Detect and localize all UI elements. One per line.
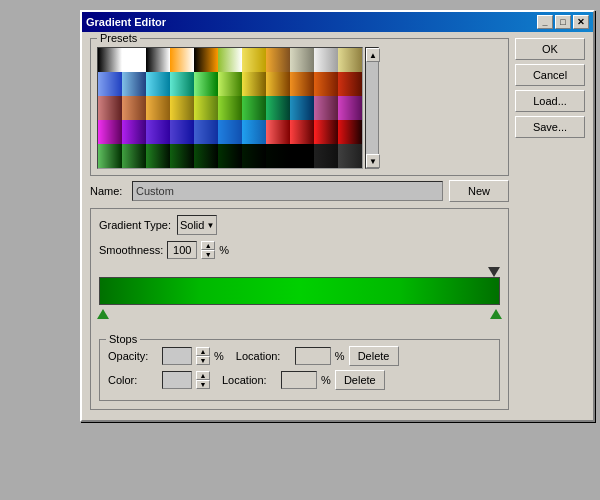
color-swatch[interactable]	[162, 371, 192, 389]
preset-cell[interactable]	[314, 72, 338, 96]
scroll-down-button[interactable]: ▼	[366, 154, 380, 168]
color-stepper: ▲ ▼	[196, 371, 210, 389]
preset-cell[interactable]	[146, 144, 170, 168]
preset-cell[interactable]	[170, 72, 194, 96]
preset-cell[interactable]	[122, 120, 146, 144]
preset-cell[interactable]	[122, 48, 146, 72]
preset-cell[interactable]	[98, 72, 122, 96]
color-stop-right-icon[interactable]	[490, 309, 502, 319]
preset-cell[interactable]	[290, 120, 314, 144]
preset-cell[interactable]	[98, 48, 122, 72]
stops-label: Stops	[106, 333, 140, 345]
ok-button[interactable]: OK	[515, 38, 585, 60]
preset-cell[interactable]	[194, 120, 218, 144]
preset-cell[interactable]	[242, 96, 266, 120]
preset-cell[interactable]	[338, 144, 362, 168]
preset-cell[interactable]	[314, 96, 338, 120]
preset-cell[interactable]	[122, 96, 146, 120]
preset-cell[interactable]	[314, 144, 338, 168]
preset-cell[interactable]	[266, 72, 290, 96]
preset-cell[interactable]	[98, 144, 122, 168]
left-panel: Presets	[90, 38, 509, 414]
preset-cell[interactable]	[314, 48, 338, 72]
color-label: Color:	[108, 374, 158, 386]
save-button[interactable]: Save...	[515, 116, 585, 138]
preset-cell[interactable]	[338, 120, 362, 144]
preset-cell[interactable]	[98, 96, 122, 120]
preset-cell[interactable]	[146, 96, 170, 120]
preset-cell[interactable]	[338, 72, 362, 96]
preset-cell[interactable]	[338, 48, 362, 72]
smoothness-up-button[interactable]: ▲	[201, 241, 215, 250]
preset-cell[interactable]	[194, 72, 218, 96]
preset-cell[interactable]	[122, 72, 146, 96]
opacity-down-button[interactable]: ▼	[196, 356, 210, 365]
scroll-up-button[interactable]: ▲	[366, 48, 380, 62]
smoothness-stepper: ▲ ▼	[201, 241, 215, 259]
titlebar-buttons: _ □ ✕	[537, 15, 589, 29]
smoothness-suffix: %	[219, 244, 229, 256]
minimize-button[interactable]: _	[537, 15, 553, 29]
restore-button[interactable]: □	[555, 15, 571, 29]
opacity-up-button[interactable]: ▲	[196, 347, 210, 356]
preset-cell[interactable]	[266, 120, 290, 144]
opacity-location-input[interactable]	[295, 347, 331, 365]
preset-cell[interactable]	[290, 72, 314, 96]
preset-cell[interactable]	[146, 48, 170, 72]
top-handles	[99, 267, 500, 277]
preset-cell[interactable]	[242, 120, 266, 144]
preset-cell[interactable]	[338, 96, 362, 120]
preset-cell[interactable]	[194, 48, 218, 72]
color-up-button[interactable]: ▲	[196, 371, 210, 380]
preset-cell[interactable]	[266, 96, 290, 120]
smoothness-down-button[interactable]: ▼	[201, 250, 215, 259]
opacity-color-box	[162, 347, 192, 365]
gradient-bar[interactable]	[99, 277, 500, 305]
preset-cell[interactable]	[218, 120, 242, 144]
color-stop-left-icon[interactable]	[97, 309, 109, 319]
opacity-stop-right-icon[interactable]	[488, 267, 500, 277]
gradient-editor-window: Gradient Editor _ □ ✕ Presets	[80, 10, 595, 422]
preset-cell[interactable]	[242, 48, 266, 72]
preset-cell[interactable]	[290, 48, 314, 72]
opacity-location-suffix: %	[335, 350, 345, 362]
preset-cell[interactable]	[194, 96, 218, 120]
name-input[interactable]	[132, 181, 443, 201]
preset-cell[interactable]	[218, 48, 242, 72]
preset-cell[interactable]	[170, 144, 194, 168]
preset-cell[interactable]	[218, 96, 242, 120]
preset-cell[interactable]	[122, 144, 146, 168]
preset-cell[interactable]	[170, 96, 194, 120]
preset-cell[interactable]	[266, 48, 290, 72]
preset-cell[interactable]	[290, 96, 314, 120]
smoothness-input[interactable]	[167, 241, 197, 259]
preset-cell[interactable]	[314, 120, 338, 144]
preset-cell[interactable]	[290, 144, 314, 168]
window-title: Gradient Editor	[86, 16, 166, 28]
preset-cell[interactable]	[266, 144, 290, 168]
preset-cell[interactable]	[194, 144, 218, 168]
smoothness-row: Smoothness: ▲ ▼ %	[99, 241, 500, 259]
preset-cell[interactable]	[98, 120, 122, 144]
preset-cell[interactable]	[218, 72, 242, 96]
opacity-delete-button[interactable]: Delete	[349, 346, 399, 366]
preset-cell[interactable]	[146, 72, 170, 96]
gradient-type-select[interactable]: Solid ▼	[177, 215, 217, 235]
close-button[interactable]: ✕	[573, 15, 589, 29]
load-button[interactable]: Load...	[515, 90, 585, 112]
preset-cell[interactable]	[242, 72, 266, 96]
opacity-stepper: ▲ ▼	[196, 347, 210, 365]
color-down-button[interactable]: ▼	[196, 380, 210, 389]
preset-cell[interactable]	[170, 48, 194, 72]
color-location-input[interactable]	[281, 371, 317, 389]
smoothness-label: Smoothness:	[99, 244, 163, 256]
preset-cell[interactable]	[218, 144, 242, 168]
preset-cell[interactable]	[170, 120, 194, 144]
color-delete-button[interactable]: Delete	[335, 370, 385, 390]
opacity-stop-row: Opacity: ▲ ▼ % Location: % Delete	[108, 346, 491, 366]
preset-cell[interactable]	[146, 120, 170, 144]
preset-cell[interactable]	[242, 144, 266, 168]
presets-group: Presets	[90, 38, 509, 176]
new-button[interactable]: New	[449, 180, 509, 202]
cancel-button[interactable]: Cancel	[515, 64, 585, 86]
